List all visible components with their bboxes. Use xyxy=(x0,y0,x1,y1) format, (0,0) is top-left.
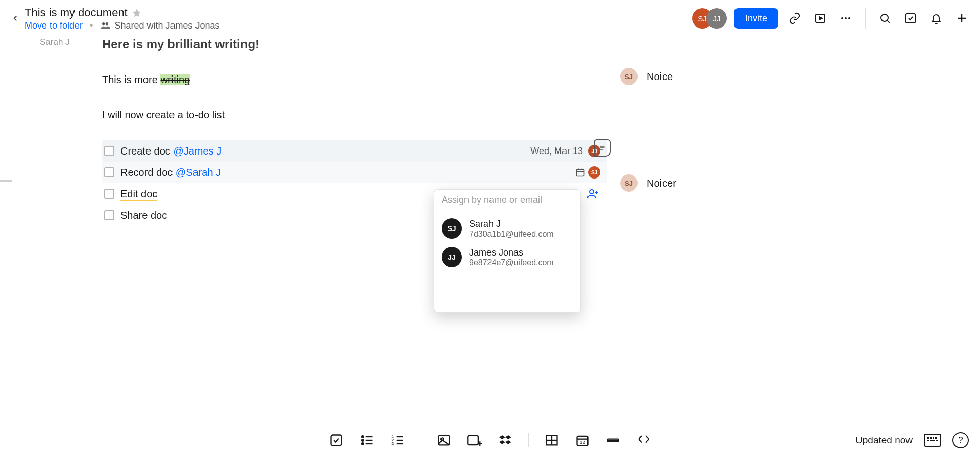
toolbar-separator xyxy=(421,433,421,447)
svg-text:1: 1 xyxy=(391,435,394,438)
avatar[interactable]: JJ xyxy=(706,8,727,29)
body: Sarah J Here is my brilliant writing! Th… xyxy=(0,37,980,457)
todo-text[interactable]: Record doc @Sarah J xyxy=(120,167,221,179)
insert-block-icon[interactable] xyxy=(466,431,483,449)
svg-text:3: 3 xyxy=(391,442,394,445)
todo-text[interactable]: Share doc xyxy=(120,210,167,221)
calendar-insert-icon[interactable]: 12 xyxy=(574,431,591,449)
create-icon[interactable] xyxy=(952,9,971,28)
svg-point-5 xyxy=(845,17,847,19)
mention-link[interactable]: @James J xyxy=(173,145,222,157)
assign-search-input[interactable] xyxy=(442,195,573,206)
suggestion-avatar: JJ xyxy=(442,247,462,267)
comment-text: Noicer xyxy=(647,177,676,189)
presence-avatars[interactable]: SJ JJ xyxy=(692,8,727,29)
comment[interactable]: SJ Noice xyxy=(620,68,676,85)
assign-suggestion[interactable]: SJ Sarah J 7d30a1b1@uifeed.com xyxy=(434,214,580,243)
bullet-list-icon[interactable] xyxy=(358,431,376,449)
left-rail: Sarah J xyxy=(0,37,92,47)
dropbox-icon[interactable] xyxy=(497,431,514,449)
todo-item[interactable]: Create doc @James J Wed, Mar 13 JJ xyxy=(102,140,607,162)
svg-text:12: 12 xyxy=(580,440,585,445)
insert-toolbar: 123 12 xyxy=(328,431,652,449)
content-heading[interactable]: Here is my brilliant writing! xyxy=(102,37,607,52)
svg-rect-53 xyxy=(930,437,932,439)
svg-line-8 xyxy=(887,20,890,23)
header: This is my document Move to folder • Sha… xyxy=(0,0,980,37)
svg-rect-41 xyxy=(468,436,478,445)
header-actions: SJ JJ Invite xyxy=(692,8,971,29)
paragraph[interactable]: I will now create a to-do list xyxy=(102,109,607,121)
add-comment-icon[interactable] xyxy=(594,139,611,157)
suggestion-email: 7d30a1b1@uifeed.com xyxy=(469,230,554,239)
assign-suggestions: SJ Sarah J 7d30a1b1@uifeed.com JJ James … xyxy=(434,211,580,312)
svg-marker-3 xyxy=(819,17,822,20)
image-icon[interactable] xyxy=(435,431,453,449)
numbered-list-icon[interactable]: 123 xyxy=(389,431,406,449)
assign-popover: SJ Sarah J 7d30a1b1@uifeed.com JJ James … xyxy=(434,189,581,313)
paragraph[interactable]: This is more writing xyxy=(102,74,607,86)
todo-text[interactable]: Create doc @James J xyxy=(120,145,222,157)
svg-point-20 xyxy=(590,190,594,194)
assign-suggestion[interactable]: JJ James Jonas 9e8724e7@uifeed.com xyxy=(434,243,580,271)
assignee-avatar[interactable]: SJ xyxy=(588,166,600,179)
move-to-folder-link[interactable]: Move to folder xyxy=(24,20,83,31)
todo-text[interactable]: Edit doc xyxy=(120,188,157,200)
highlighted-strikethrough-text[interactable]: writing xyxy=(160,74,190,85)
notifications-icon[interactable] xyxy=(927,9,945,28)
paragraph-text: This is more xyxy=(102,74,160,85)
assign-person-icon[interactable] xyxy=(585,186,600,201)
comment-avatar: SJ xyxy=(620,174,638,192)
suggestion-name: James Jonas xyxy=(469,247,554,258)
due-date[interactable]: Wed, Mar 13 xyxy=(530,146,583,157)
table-icon[interactable] xyxy=(543,431,560,449)
assign-search[interactable] xyxy=(434,190,580,211)
back-button[interactable] xyxy=(9,12,21,24)
invite-button[interactable]: Invite xyxy=(734,8,778,29)
checklist-icon[interactable] xyxy=(328,431,345,449)
svg-rect-9 xyxy=(906,14,915,23)
checkbox[interactable] xyxy=(104,189,114,199)
star-icon[interactable] xyxy=(132,8,142,18)
search-icon[interactable] xyxy=(876,9,894,28)
checkbox[interactable] xyxy=(104,210,114,220)
people-icon xyxy=(100,20,110,31)
suggestion-name: Sarah J xyxy=(469,219,554,230)
keyboard-shortcuts-icon[interactable] xyxy=(924,434,941,447)
shared-with-label[interactable]: Shared with James Jonas xyxy=(100,20,219,31)
footer-right: Updated now ? xyxy=(855,432,969,448)
checkbox[interactable] xyxy=(104,146,114,156)
svg-rect-26 xyxy=(331,435,342,446)
suggestion-email: 9e8724e7@uifeed.com xyxy=(469,258,554,267)
present-icon[interactable] xyxy=(811,9,829,28)
updated-status: Updated now xyxy=(855,435,913,446)
help-icon[interactable]: ? xyxy=(952,432,969,448)
comment[interactable]: SJ Noicer xyxy=(620,174,676,192)
svg-point-6 xyxy=(848,17,850,19)
svg-point-29 xyxy=(362,443,364,445)
vertical-separator xyxy=(865,8,866,29)
svg-point-0 xyxy=(102,22,105,25)
code-block-icon[interactable] xyxy=(635,431,652,449)
comment-text: Noice xyxy=(647,71,673,83)
suggestion-avatar: SJ xyxy=(442,218,462,239)
divider-icon[interactable] xyxy=(604,431,622,449)
more-icon[interactable] xyxy=(837,9,855,28)
mention-link[interactable]: @Sarah J xyxy=(176,167,221,178)
svg-point-1 xyxy=(106,22,108,25)
calendar-icon[interactable] xyxy=(573,165,588,180)
comments-panel: SJ Noice SJ Noicer xyxy=(620,68,676,281)
svg-rect-12 xyxy=(577,169,584,176)
toolbar-separator xyxy=(528,433,529,447)
tasks-icon[interactable] xyxy=(901,9,920,28)
checkbox[interactable] xyxy=(104,167,114,177)
svg-rect-54 xyxy=(933,437,934,439)
copy-link-icon[interactable] xyxy=(786,9,804,28)
svg-point-4 xyxy=(841,17,843,19)
todo-item[interactable]: Record doc @Sarah J SJ xyxy=(102,162,607,183)
svg-point-27 xyxy=(362,436,364,438)
document-title[interactable]: This is my document xyxy=(24,6,128,19)
separator-dot: • xyxy=(90,20,93,31)
svg-rect-55 xyxy=(935,437,937,439)
svg-rect-56 xyxy=(927,440,929,441)
